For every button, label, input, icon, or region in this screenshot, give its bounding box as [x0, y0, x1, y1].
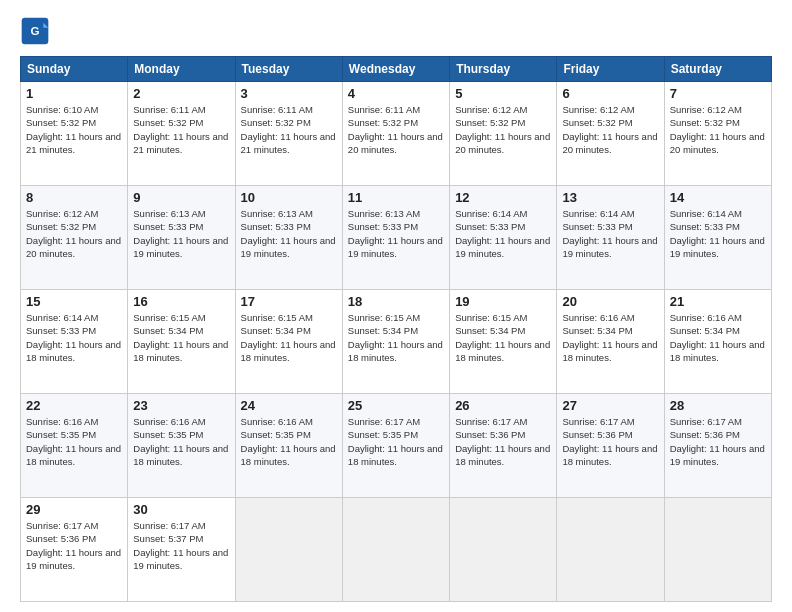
day-number: 13 [562, 190, 658, 205]
day-info: Sunrise: 6:14 AMSunset: 5:33 PMDaylight:… [562, 207, 658, 260]
day-number: 7 [670, 86, 766, 101]
day-info: Sunrise: 6:17 AMSunset: 5:36 PMDaylight:… [670, 415, 766, 468]
day-number: 6 [562, 86, 658, 101]
calendar-cell: 28 Sunrise: 6:17 AMSunset: 5:36 PMDaylig… [664, 394, 771, 498]
day-number: 14 [670, 190, 766, 205]
day-number: 30 [133, 502, 229, 517]
day-info: Sunrise: 6:14 AMSunset: 5:33 PMDaylight:… [26, 311, 122, 364]
day-info: Sunrise: 6:17 AMSunset: 5:36 PMDaylight:… [26, 519, 122, 572]
day-number: 17 [241, 294, 337, 309]
day-number: 1 [26, 86, 122, 101]
week-row-2: 8 Sunrise: 6:12 AMSunset: 5:32 PMDayligh… [21, 186, 772, 290]
calendar-cell: 5 Sunrise: 6:12 AMSunset: 5:32 PMDayligh… [450, 82, 557, 186]
day-number: 26 [455, 398, 551, 413]
calendar-cell: 25 Sunrise: 6:17 AMSunset: 5:35 PMDaylig… [342, 394, 449, 498]
weekday-header-tuesday: Tuesday [235, 57, 342, 82]
calendar-cell [557, 498, 664, 602]
calendar-cell: 14 Sunrise: 6:14 AMSunset: 5:33 PMDaylig… [664, 186, 771, 290]
day-info: Sunrise: 6:16 AMSunset: 5:34 PMDaylight:… [670, 311, 766, 364]
day-number: 29 [26, 502, 122, 517]
day-number: 18 [348, 294, 444, 309]
calendar-cell: 4 Sunrise: 6:11 AMSunset: 5:32 PMDayligh… [342, 82, 449, 186]
day-info: Sunrise: 6:12 AMSunset: 5:32 PMDaylight:… [670, 103, 766, 156]
day-number: 4 [348, 86, 444, 101]
calendar-cell [342, 498, 449, 602]
day-number: 12 [455, 190, 551, 205]
week-row-3: 15 Sunrise: 6:14 AMSunset: 5:33 PMDaylig… [21, 290, 772, 394]
weekday-header-row: SundayMondayTuesdayWednesdayThursdayFrid… [21, 57, 772, 82]
day-info: Sunrise: 6:17 AMSunset: 5:35 PMDaylight:… [348, 415, 444, 468]
day-info: Sunrise: 6:17 AMSunset: 5:36 PMDaylight:… [455, 415, 551, 468]
logo: G [20, 16, 54, 46]
calendar-cell: 26 Sunrise: 6:17 AMSunset: 5:36 PMDaylig… [450, 394, 557, 498]
day-info: Sunrise: 6:13 AMSunset: 5:33 PMDaylight:… [348, 207, 444, 260]
day-info: Sunrise: 6:16 AMSunset: 5:35 PMDaylight:… [133, 415, 229, 468]
calendar-page: G SundayMondayTuesdayWednesdayThursdayFr… [0, 0, 792, 612]
day-number: 5 [455, 86, 551, 101]
calendar-cell: 2 Sunrise: 6:11 AMSunset: 5:32 PMDayligh… [128, 82, 235, 186]
calendar-cell: 17 Sunrise: 6:15 AMSunset: 5:34 PMDaylig… [235, 290, 342, 394]
day-info: Sunrise: 6:10 AMSunset: 5:32 PMDaylight:… [26, 103, 122, 156]
calendar-table: SundayMondayTuesdayWednesdayThursdayFrid… [20, 56, 772, 602]
calendar-cell: 21 Sunrise: 6:16 AMSunset: 5:34 PMDaylig… [664, 290, 771, 394]
day-info: Sunrise: 6:11 AMSunset: 5:32 PMDaylight:… [241, 103, 337, 156]
day-info: Sunrise: 6:12 AMSunset: 5:32 PMDaylight:… [562, 103, 658, 156]
day-number: 27 [562, 398, 658, 413]
day-info: Sunrise: 6:13 AMSunset: 5:33 PMDaylight:… [241, 207, 337, 260]
day-number: 16 [133, 294, 229, 309]
day-info: Sunrise: 6:16 AMSunset: 5:35 PMDaylight:… [241, 415, 337, 468]
calendar-cell: 23 Sunrise: 6:16 AMSunset: 5:35 PMDaylig… [128, 394, 235, 498]
svg-text:G: G [30, 24, 39, 37]
weekday-header-wednesday: Wednesday [342, 57, 449, 82]
logo-icon: G [20, 16, 50, 46]
calendar-cell: 16 Sunrise: 6:15 AMSunset: 5:34 PMDaylig… [128, 290, 235, 394]
weekday-header-thursday: Thursday [450, 57, 557, 82]
day-info: Sunrise: 6:15 AMSunset: 5:34 PMDaylight:… [455, 311, 551, 364]
day-info: Sunrise: 6:12 AMSunset: 5:32 PMDaylight:… [26, 207, 122, 260]
calendar-cell: 6 Sunrise: 6:12 AMSunset: 5:32 PMDayligh… [557, 82, 664, 186]
day-info: Sunrise: 6:12 AMSunset: 5:32 PMDaylight:… [455, 103, 551, 156]
day-number: 8 [26, 190, 122, 205]
header: G [20, 16, 772, 46]
day-info: Sunrise: 6:17 AMSunset: 5:36 PMDaylight:… [562, 415, 658, 468]
day-number: 11 [348, 190, 444, 205]
day-number: 10 [241, 190, 337, 205]
calendar-cell: 11 Sunrise: 6:13 AMSunset: 5:33 PMDaylig… [342, 186, 449, 290]
calendar-cell: 20 Sunrise: 6:16 AMSunset: 5:34 PMDaylig… [557, 290, 664, 394]
day-number: 20 [562, 294, 658, 309]
day-info: Sunrise: 6:11 AMSunset: 5:32 PMDaylight:… [133, 103, 229, 156]
day-info: Sunrise: 6:15 AMSunset: 5:34 PMDaylight:… [133, 311, 229, 364]
day-number: 9 [133, 190, 229, 205]
calendar-cell: 10 Sunrise: 6:13 AMSunset: 5:33 PMDaylig… [235, 186, 342, 290]
calendar-cell: 13 Sunrise: 6:14 AMSunset: 5:33 PMDaylig… [557, 186, 664, 290]
week-row-4: 22 Sunrise: 6:16 AMSunset: 5:35 PMDaylig… [21, 394, 772, 498]
day-info: Sunrise: 6:16 AMSunset: 5:34 PMDaylight:… [562, 311, 658, 364]
day-number: 28 [670, 398, 766, 413]
calendar-cell: 27 Sunrise: 6:17 AMSunset: 5:36 PMDaylig… [557, 394, 664, 498]
day-number: 21 [670, 294, 766, 309]
calendar-cell: 29 Sunrise: 6:17 AMSunset: 5:36 PMDaylig… [21, 498, 128, 602]
calendar-cell [235, 498, 342, 602]
day-info: Sunrise: 6:16 AMSunset: 5:35 PMDaylight:… [26, 415, 122, 468]
day-number: 24 [241, 398, 337, 413]
calendar-cell: 7 Sunrise: 6:12 AMSunset: 5:32 PMDayligh… [664, 82, 771, 186]
day-number: 2 [133, 86, 229, 101]
calendar-cell: 18 Sunrise: 6:15 AMSunset: 5:34 PMDaylig… [342, 290, 449, 394]
day-info: Sunrise: 6:13 AMSunset: 5:33 PMDaylight:… [133, 207, 229, 260]
day-number: 3 [241, 86, 337, 101]
weekday-header-friday: Friday [557, 57, 664, 82]
day-number: 19 [455, 294, 551, 309]
day-number: 22 [26, 398, 122, 413]
day-info: Sunrise: 6:15 AMSunset: 5:34 PMDaylight:… [241, 311, 337, 364]
day-info: Sunrise: 6:15 AMSunset: 5:34 PMDaylight:… [348, 311, 444, 364]
day-number: 25 [348, 398, 444, 413]
day-info: Sunrise: 6:11 AMSunset: 5:32 PMDaylight:… [348, 103, 444, 156]
day-number: 15 [26, 294, 122, 309]
day-number: 23 [133, 398, 229, 413]
calendar-cell: 3 Sunrise: 6:11 AMSunset: 5:32 PMDayligh… [235, 82, 342, 186]
week-row-5: 29 Sunrise: 6:17 AMSunset: 5:36 PMDaylig… [21, 498, 772, 602]
week-row-1: 1 Sunrise: 6:10 AMSunset: 5:32 PMDayligh… [21, 82, 772, 186]
weekday-header-monday: Monday [128, 57, 235, 82]
weekday-header-saturday: Saturday [664, 57, 771, 82]
calendar-cell: 19 Sunrise: 6:15 AMSunset: 5:34 PMDaylig… [450, 290, 557, 394]
